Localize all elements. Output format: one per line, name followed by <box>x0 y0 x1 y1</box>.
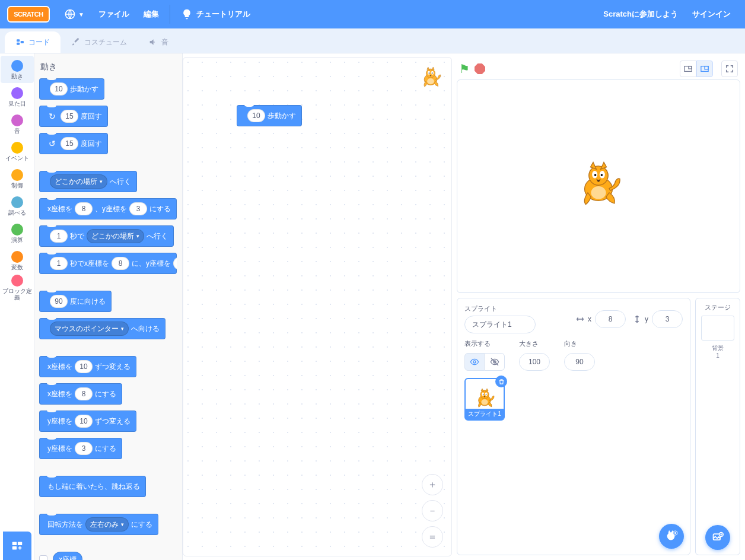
sprite-label: スプライト <box>464 304 536 313</box>
zoom-in-button[interactable]: ＋ <box>422 474 443 495</box>
sprite-direction-input[interactable] <box>564 353 595 371</box>
category-dot <box>11 196 23 208</box>
block-move-steps[interactable]: 10歩動かす <box>39 78 104 100</box>
x-arrow-icon <box>576 315 584 323</box>
sound-icon <box>148 37 158 47</box>
stage-small-button[interactable] <box>680 61 696 77</box>
delete-sprite-button[interactable] <box>495 376 507 387</box>
block-point-direction[interactable]: 90度に向ける <box>39 291 112 312</box>
tab-sounds[interactable]: 音 <box>138 31 179 53</box>
category-5[interactable]: 調べる <box>1 192 34 219</box>
sprite-x-input[interactable] <box>595 310 626 328</box>
category-8[interactable]: ブロック定義 <box>1 274 34 301</box>
stage-sprite-cat[interactable] <box>572 142 625 231</box>
category-dot <box>11 224 23 236</box>
sprite-name-input[interactable] <box>464 316 536 333</box>
svg-rect-15 <box>689 66 692 69</box>
block-goto-xy[interactable]: x座標を8 、y座標を3 にする <box>39 198 177 219</box>
svg-rect-11 <box>12 542 16 546</box>
eye-off-icon <box>490 357 499 367</box>
palette-header: 動き <box>40 62 178 72</box>
category-3[interactable]: イベント <box>1 138 34 165</box>
category-6[interactable]: 演算 <box>1 219 34 247</box>
signin-link[interactable]: サインイン <box>685 0 738 28</box>
category-4[interactable]: 制御 <box>1 165 34 192</box>
svg-rect-10 <box>21 41 24 43</box>
green-flag-button[interactable]: ⚑ <box>459 62 470 76</box>
sprite-list: スプライト1 <box>464 378 683 549</box>
file-menu[interactable]: ファイル <box>91 0 136 28</box>
block-goto-menu[interactable]: どこかの場所へ行く <box>39 171 137 192</box>
menu-divider <box>170 5 170 24</box>
bulb-icon <box>181 8 193 20</box>
large-stage-icon <box>701 65 709 73</box>
category-dot <box>11 169 23 181</box>
small-stage-icon <box>684 65 692 73</box>
block-bounce-edge[interactable]: もし端に着いたら、跳ね返る <box>39 476 146 497</box>
category-2[interactable]: 音 <box>1 110 34 138</box>
sprite-y-input[interactable] <box>652 310 683 328</box>
image-plus-icon <box>712 532 724 543</box>
brush-icon <box>71 37 81 47</box>
block-change-y[interactable]: y座標を10ずつ変える <box>39 411 136 432</box>
sprite-size-input[interactable] <box>519 353 550 371</box>
tab-costumes[interactable]: コスチューム <box>61 31 138 53</box>
workspace-block-move-steps[interactable]: 10歩動かす <box>237 105 302 126</box>
add-backdrop-button[interactable] <box>705 525 730 550</box>
add-sprite-button[interactable] <box>659 524 684 549</box>
trash-icon <box>498 378 505 385</box>
category-dot <box>11 60 23 72</box>
backdrop-thumb[interactable] <box>701 316 734 341</box>
zoom-out-button[interactable]: － <box>422 500 443 521</box>
zoom-reset-button[interactable]: ＝ <box>422 526 443 548</box>
category-dot <box>11 114 23 126</box>
add-extension-button[interactable] <box>3 532 31 560</box>
join-link[interactable]: Scratchに参加しよう <box>596 0 685 28</box>
svg-rect-12 <box>12 546 16 550</box>
category-dot <box>11 142 23 154</box>
block-glide-menu[interactable]: 1秒で どこかの場所へ行く <box>39 225 174 247</box>
block-glide-xy[interactable]: 1秒でx座標を 8に、y座標を 3 <box>39 253 177 274</box>
edit-menu[interactable]: 編集 <box>136 0 166 28</box>
block-rotation-style[interactable]: 回転方法を左右のみにする <box>39 514 158 535</box>
stage-selector[interactable]: ステージ 背景 1 <box>695 298 740 555</box>
category-0[interactable]: 動き <box>1 56 34 83</box>
turn-ccw-icon: ↺ <box>47 139 57 148</box>
category-7[interactable]: 変数 <box>1 247 34 274</box>
eye-icon <box>470 357 479 367</box>
tab-row: コード コスチューム 音 <box>0 28 745 53</box>
category-1[interactable]: 見た目 <box>1 83 34 110</box>
category-dot <box>11 251 23 263</box>
block-set-x[interactable]: x座標を8にする <box>39 383 122 405</box>
category-column: 動き見た目音イベント制御調べる演算変数ブロック定義 <box>0 53 34 560</box>
svg-rect-17 <box>705 66 708 69</box>
svg-rect-8 <box>17 39 20 42</box>
language-menu[interactable]: ▼ <box>57 0 91 28</box>
svg-point-18 <box>473 361 476 363</box>
tab-code[interactable]: コード <box>5 31 61 53</box>
sprite-tile-1[interactable]: スプライト1 <box>464 378 505 421</box>
fullscreen-button[interactable] <box>721 61 738 77</box>
y-arrow-icon <box>633 315 641 323</box>
hide-sprite-button[interactable] <box>485 353 505 371</box>
block-turn-cw[interactable]: ↻ 15度回す <box>39 106 108 127</box>
block-palette[interactable]: 動き 10歩動かす ↻ 15度回す ↺ 15度回す どこかの場所へ行く x座標を… <box>34 53 183 560</box>
scratch-logo[interactable]: SCRATCH <box>7 6 50 23</box>
block-set-y[interactable]: y座標を3にする <box>39 438 122 459</box>
workspace-sprite-thumb <box>418 66 443 91</box>
block-point-towards[interactable]: マウスのポインターへ向ける <box>39 318 165 339</box>
block-turn-ccw[interactable]: ↺ 15度回す <box>39 133 108 154</box>
svg-rect-13 <box>17 542 21 546</box>
stage[interactable] <box>457 79 740 293</box>
block-x-position[interactable]: x座標 <box>53 552 82 560</box>
stage-large-button[interactable] <box>696 61 713 77</box>
tutorials-button[interactable]: チュートリアル <box>174 0 257 28</box>
reporter-checkbox-x[interactable] <box>39 555 47 560</box>
fullscreen-icon <box>725 65 734 73</box>
stop-button[interactable] <box>475 63 485 74</box>
extension-icon <box>11 539 24 552</box>
block-change-x[interactable]: x座標を10ずつ変える <box>39 356 136 377</box>
show-sprite-button[interactable] <box>464 353 485 371</box>
stage-controls: ⚑ <box>457 58 740 79</box>
workspace[interactable]: 10歩動かす ＋ － ＝ <box>183 57 452 556</box>
